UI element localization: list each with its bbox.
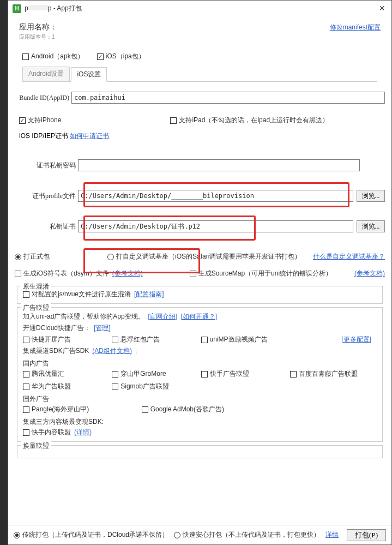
dsym-ref-link[interactable]: (参考文档) — [112, 269, 143, 278]
support-iphone-checkbox[interactable]: 支持iPhone — [19, 116, 61, 125]
formal-radio[interactable]: 打正式包 — [15, 252, 50, 261]
ad-intro: 加入uni-ad广告联盟，帮助你的App变现。 — [23, 312, 144, 321]
custom-radio[interactable]: 打自定义调试基座（iOS的Safari调试需要用苹果开发证书打包） — [107, 252, 301, 261]
float-ad-label: 悬浮红包广告 — [120, 335, 160, 344]
sourcemap-ref-link[interactable]: (参考文档) — [354, 269, 385, 278]
private-key-pwd-input[interactable] — [78, 159, 360, 171]
dsym-checkbox[interactable]: 生成iOS符号表（dsym）文件 — [15, 269, 109, 278]
native-obfuscate-group: 原生混淆 对配置的js/nvue文件进行原生混淆 [配置指南] — [17, 286, 383, 304]
window-title: pp - App打包 — [25, 4, 82, 13]
app-name-label: 应用名称： — [19, 22, 57, 32]
app-name-value — [57, 22, 80, 32]
ad-alliance-group: 广告联盟 加入uni-ad广告联盟，帮助你的App变现。 [官网介绍] [如何开… — [17, 307, 383, 442]
third-sdk-title: 集成三方内容场景变现SDK: — [23, 417, 377, 427]
private-key-pwd-label: 证书私钥密码 — [15, 161, 76, 170]
ad-how-link[interactable]: [如何开通？] — [180, 312, 217, 321]
formal-label: 打正式包 — [23, 252, 50, 261]
footer-detail-link[interactable]: 详情 — [325, 530, 339, 540]
traditional-pack-radio[interactable]: 传统打包（上传代码及证书，DCloud承诺不保留） — [14, 530, 168, 540]
tencent-checkbox[interactable]: 腾讯优量汇 — [23, 369, 110, 379]
title-prefix: p — [25, 4, 28, 12]
bundle-id-row: Bundle ID(AppID) — [15, 92, 385, 104]
tab-ios[interactable]: iOS设置 — [71, 67, 107, 82]
app-logo: H — [13, 4, 21, 13]
profile-row: 证书profile文件 浏览... — [15, 190, 385, 202]
dsym-row: 生成iOS符号表（dsym）文件 (参考文档) 生成SourceMap（可用于u… — [15, 269, 385, 278]
kuaishou-checkbox[interactable]: 快手广告联盟 — [201, 369, 288, 379]
ios-checkbox[interactable]: iOS（ipa包） — [97, 52, 145, 61]
more-config-link[interactable]: [更多配置] — [341, 335, 371, 344]
device-support-row: 支持iPhone 支持iPad（不勾选的话，在ipad上运行时会有黑边） — [15, 116, 385, 125]
custom-what-link[interactable]: 什么是自定义调试基座？ — [313, 252, 385, 261]
profile-label: 证书profile文件 — [15, 191, 76, 201]
key-input[interactable] — [78, 220, 353, 232]
app-version-row: 应用版本号：1 — [19, 33, 381, 41]
titlebar: H pp - App打包 × — [8, 1, 391, 17]
ad-alliance-title: 广告联盟 — [21, 303, 51, 313]
edit-manifest-link[interactable]: 修改manifest配置 — [330, 23, 381, 32]
support-ipad-checkbox[interactable]: 支持iPad（不勾选的话，在ipad上运行时会有黑边） — [170, 116, 329, 125]
bundle-id-input[interactable] — [71, 92, 385, 104]
unimp-ad-label: uniMP激励视频广告 — [210, 335, 268, 344]
domestic-title: 国内广告 — [23, 359, 377, 368]
android-label: Android（apk包） — [31, 52, 84, 61]
sourcemap-checkbox[interactable]: 生成SourceMap（可用于uni统计的错误分析） — [190, 269, 332, 278]
app-version-value: 1 — [52, 34, 55, 40]
gromore-checkbox[interactable]: 穿山甲GroMore — [112, 369, 198, 379]
tabs: Android设置 iOS设置 — [22, 67, 377, 82]
footer: 传统打包（上传代码及证书，DCloud承诺不保留） 快速安心打包（不上传代码及证… — [8, 525, 391, 544]
ad-doc-link[interactable]: (AD组件文档) — [92, 346, 132, 356]
dcloud-manage-link[interactable]: [管理] — [94, 324, 111, 333]
profile-input[interactable] — [78, 190, 353, 202]
huawei-checkbox[interactable]: 华为广告联盟 — [23, 382, 110, 391]
support-iphone-label: 支持iPhone — [28, 116, 61, 125]
key-browse-button[interactable]: 浏览... — [357, 220, 385, 232]
pack-button[interactable]: 打包(P) — [347, 529, 386, 541]
ks-content-checkbox[interactable]: 快手内容联盟 — [23, 428, 71, 437]
tab-android[interactable]: Android设置 — [22, 67, 70, 81]
baidu-checkbox[interactable]: 百度百青藤广告联盟 — [290, 369, 377, 379]
idp-help-link[interactable]: 如何申请证书 — [70, 132, 109, 140]
sourcemap-label: 生成SourceMap（可用于uni统计的错误分析） — [198, 269, 332, 278]
close-button[interactable]: × — [377, 3, 387, 14]
foreign-title: 国外广告 — [23, 394, 377, 404]
package-type-row: 打正式包 打自定义调试基座（iOS的Safari调试需要用苹果开发证书打包） 什… — [15, 252, 385, 261]
splash-ad-label: 快捷开屏广告 — [32, 335, 71, 344]
app-version-label: 应用版本号： — [19, 34, 52, 40]
app-packaging-window: H pp - App打包 × 应用名称： 修改manifest配置 应用版本号：… — [8, 0, 392, 545]
safe-pack-radio[interactable]: 快速安心打包（不上传代码及证书，打包更快） — [174, 530, 320, 540]
key-row: 私钥证书 浏览... — [15, 220, 385, 232]
profile-browse-button[interactable]: 浏览... — [357, 190, 385, 202]
support-ipad-label: 支持iPad（不勾选的话，在ipad上运行时会有黑边） — [179, 116, 329, 125]
custom-label: 打自定义调试基座（iOS的Safari调试需要用苹果开发证书打包） — [116, 252, 301, 261]
ios-label: iOS（ipa包） — [106, 52, 145, 61]
splash-ad-checkbox[interactable]: 快捷开屏广告 — [23, 335, 110, 344]
bundle-id-label: Bundle ID(AppID) — [15, 94, 69, 102]
dsym-label: 生成iOS符号表（dsym）文件 — [23, 269, 109, 278]
idp-label: iOS IDP/IEP证书 — [19, 132, 68, 140]
sdk-integration-label: 集成渠道SDK广告SDK — [23, 346, 89, 356]
exchange-title: 换量联盟 — [21, 441, 51, 451]
ks-detail-link[interactable]: (详情) — [74, 428, 92, 437]
native-obfuscate-title: 原生混淆 — [21, 282, 51, 291]
header-area: 应用名称： 修改manifest配置 应用版本号：1 Android（apk包）… — [8, 17, 391, 82]
dcloud-quick-ad-label: 开通DCloud快捷广告： — [23, 324, 91, 333]
safe-label: 快速安心打包（不上传代码及证书，打包更快） — [183, 530, 320, 540]
exchange-group: 换量联盟 — [17, 445, 383, 458]
float-ad-checkbox[interactable]: 悬浮红包广告 — [112, 335, 198, 344]
pangle-checkbox[interactable]: Pangle(海外穿山甲) — [23, 405, 140, 414]
admob-checkbox[interactable]: Google AdMob(谷歌广告) — [142, 405, 258, 414]
unimp-ad-checkbox[interactable]: uniMP激励视频广告 — [201, 335, 288, 344]
platform-row: Android（apk包） iOS（ipa包） — [19, 41, 381, 67]
sigmob-checkbox[interactable]: Sigmob广告联盟 — [112, 382, 198, 391]
key-label: 私钥证书 — [15, 222, 76, 231]
private-key-pwd-row: 证书私钥密码 — [15, 159, 385, 171]
ad-official-link[interactable]: [官网介绍] — [148, 312, 178, 321]
traditional-label: 传统打包（上传代码及证书，DCloud承诺不保留） — [22, 530, 168, 540]
android-checkbox[interactable]: Android（apk包） — [22, 52, 84, 61]
obfuscate-guide-link[interactable]: [配置指南] — [134, 290, 164, 299]
app-name-row: 应用名称： 修改manifest配置 — [19, 22, 381, 32]
ios-settings-panel: Bundle ID(AppID) 支持iPhone 支持iPad（不勾选的话，在… — [8, 82, 391, 525]
title-suffix: p - App打包 — [48, 4, 82, 12]
